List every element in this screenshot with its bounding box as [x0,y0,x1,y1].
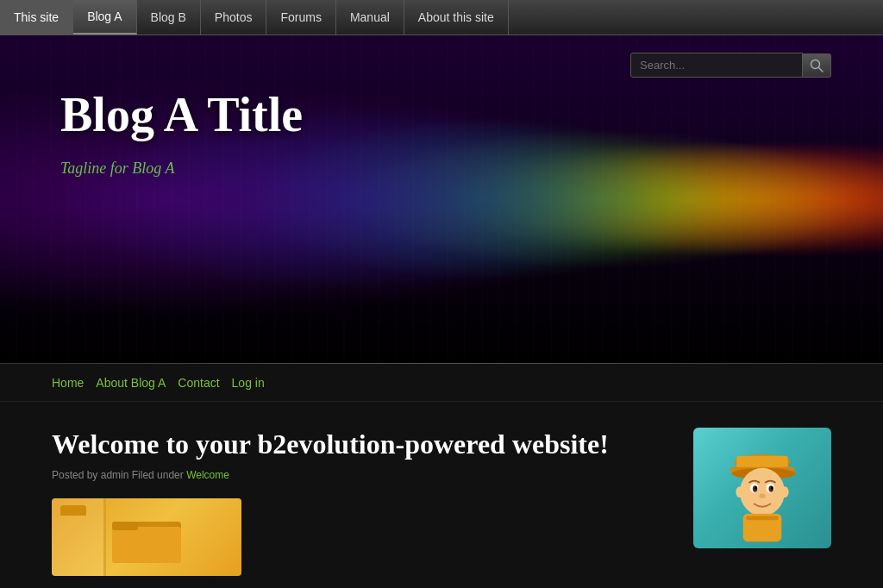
nav-blog-b[interactable]: Blog B [137,0,201,34]
subnav-home[interactable]: Home [52,376,96,390]
avatar [693,428,831,548]
nav-photos[interactable]: Photos [201,0,267,34]
subnav-contact[interactable]: Contact [178,376,231,390]
svg-line-1 [819,67,824,72]
blog-tagline: Tagline for Blog A [60,160,823,178]
nav-forums[interactable]: Forums [266,0,335,34]
subnav-log-in[interactable]: Log in [232,376,277,390]
post-category-link[interactable]: Welcome [186,469,229,481]
svg-rect-20 [746,516,778,521]
svg-point-16 [759,494,765,499]
search-input[interactable] [630,53,803,78]
svg-point-18 [780,486,788,497]
svg-rect-3 [112,527,181,563]
folder-tab-icon [60,505,86,516]
search-button[interactable] [803,53,831,78]
hero-section: Blog A Title Tagline for Blog A [0,35,883,363]
main-content: Welcome to your b2evolution-powered webs… [0,402,883,588]
nav-this-site[interactable]: This site [0,0,73,34]
search-icon [810,59,824,72]
post-meta: Posted by admin Filed under Welcome [52,469,667,481]
folder-icon [112,511,181,563]
search-box [630,53,831,78]
sub-navigation: Home About Blog A Contact Log in [0,364,883,402]
blog-title: Blog A Title [60,87,823,142]
svg-point-17 [736,486,743,497]
post-title: Welcome to your b2evolution-powered webs… [52,428,667,460]
svg-point-15 [771,486,773,490]
svg-point-9 [740,468,785,516]
post-section: Welcome to your b2evolution-powered webs… [52,428,667,588]
nav-about-this-site[interactable]: About this site [404,0,509,34]
svg-rect-4 [112,522,138,530]
post-meta-prefix: Posted by [52,469,97,481]
post-author: admin [101,469,129,481]
character-icon [711,432,814,544]
subnav-about-blog-a[interactable]: About Blog A [96,376,178,390]
post-filed-prefix: Filed under [132,469,184,481]
svg-point-14 [755,486,757,490]
post-image [52,498,241,576]
sidebar [693,428,831,588]
nav-manual[interactable]: Manual [336,0,404,34]
top-navigation: This site Blog A Blog B Photos Forums Ma… [0,0,883,35]
nav-blog-a[interactable]: Blog A [73,0,136,34]
